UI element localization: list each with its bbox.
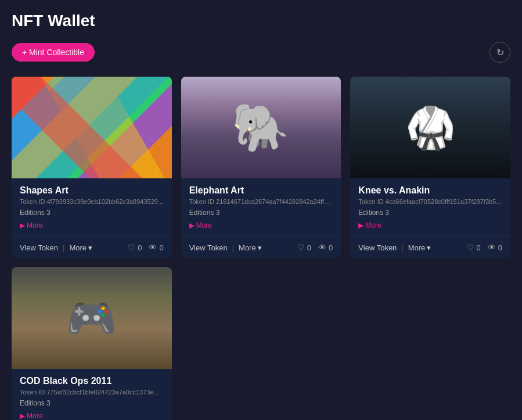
card-editions-cod-black-ops: Editions 3 [20, 399, 164, 407]
chevron-down-icon: ▾ [258, 243, 262, 252]
card-footer-shapes-art: View Token | More ▾ ♡ 0 👁 0 [12, 236, 172, 258]
card-token-id-shapes-art: Token ID 4f793933c39e0eb102bb62c3a894352… [20, 198, 164, 205]
card-editions-elephant-art: Editions 3 [189, 209, 333, 217]
chevron-down-icon: ▾ [427, 243, 431, 252]
card-body-cod-black-ops: COD Black Ops 2011 Token ID 775af32cbcf1… [12, 369, 172, 420]
view-token-button-knee-vs-anakin[interactable]: View Token [358, 243, 397, 252]
card-name-knee-vs-anakin: Knee vs. Anakin [358, 185, 502, 196]
heart-icon: ♡ [297, 243, 305, 252]
eye-icon: 👁 [149, 243, 157, 252]
views-count-knee-vs-anakin: 0 [498, 243, 502, 252]
views-stat-knee-vs-anakin: 👁 0 [488, 243, 502, 252]
views-stat-elephant-art: 👁 0 [318, 243, 333, 252]
refresh-icon: ↻ [496, 47, 504, 58]
footer-left-shapes-art: View Token | More ▾ [20, 243, 92, 252]
view-token-button-shapes-art[interactable]: View Token [20, 243, 58, 252]
separator: | [63, 243, 64, 252]
likes-count-knee-vs-anakin: 0 [477, 243, 481, 252]
nft-card-shapes-art: Shapes Art Token ID 4f793933c39e0eb102bb… [12, 77, 172, 258]
views-count-elephant-art: 0 [329, 243, 333, 252]
card-body-knee-vs-anakin: Knee vs. Anakin Token ID 4ca66efaacf7052… [350, 178, 510, 236]
page-title: NFT Wallet [12, 12, 510, 30]
eye-icon: 👁 [318, 243, 326, 252]
chevron-right-icon: ▶ [20, 412, 25, 420]
likes-stat-shapes-art: ♡ 0 [128, 243, 142, 252]
chevron-right-icon: ▶ [358, 221, 363, 229]
more-label: More [27, 221, 42, 229]
chevron-down-icon: ▾ [88, 243, 92, 252]
mint-collectible-button[interactable]: + Mint Collectible [12, 43, 95, 62]
nft-card-cod-black-ops: COD Black Ops 2011 Token ID 775af32cbcf1… [12, 267, 172, 420]
card-more-expand-shapes-art[interactable]: ▶ More [20, 221, 164, 229]
more-label: More [196, 221, 212, 229]
footer-right-elephant-art: ♡ 0 👁 0 [297, 243, 333, 252]
card-token-id-knee-vs-anakin: Token ID 4ca66efaacf70528c0fff151a37f287… [358, 198, 502, 205]
card-name-elephant-art: Elephant Art [189, 185, 333, 196]
views-stat-shapes-art: 👁 0 [149, 243, 163, 252]
more-dropdown-button-elephant-art[interactable]: More ▾ [239, 243, 262, 252]
card-footer-knee-vs-anakin: View Token | More ▾ ♡ 0 👁 0 [350, 236, 510, 258]
card-more-expand-elephant-art[interactable]: ▶ More [189, 221, 333, 229]
nft-grid: Shapes Art Token ID 4f793933c39e0eb102bb… [12, 77, 510, 420]
card-more-expand-cod-black-ops[interactable]: ▶ More [20, 412, 164, 420]
card-editions-knee-vs-anakin: Editions 3 [358, 209, 502, 217]
footer-right-knee-vs-anakin: ♡ 0 👁 0 [467, 243, 502, 252]
likes-count-elephant-art: 0 [307, 243, 311, 252]
chevron-right-icon: ▶ [189, 221, 195, 229]
separator: | [232, 243, 234, 252]
heart-icon: ♡ [128, 243, 135, 252]
card-name-shapes-art: Shapes Art [20, 185, 164, 196]
likes-count-shapes-art: 0 [138, 243, 142, 252]
card-editions-shapes-art: Editions 3 [20, 209, 164, 217]
more-label: More [27, 412, 42, 420]
card-image-cod-black-ops [12, 267, 172, 369]
card-footer-elephant-art: View Token | More ▾ ♡ 0 👁 0 [181, 236, 341, 258]
card-token-id-cod-black-ops: Token ID 775af32cbcf1bfe024723a7a0cc1373… [20, 389, 164, 396]
card-image-shapes-art [12, 77, 172, 178]
nft-card-knee-vs-anakin: Knee vs. Anakin Token ID 4ca66efaacf7052… [350, 77, 510, 258]
views-count-shapes-art: 0 [159, 243, 163, 252]
view-token-button-elephant-art[interactable]: View Token [189, 243, 228, 252]
separator: | [401, 243, 403, 252]
likes-stat-knee-vs-anakin: ♡ 0 [467, 243, 481, 252]
card-token-id-elephant-art: Token ID 21614671dca2674aa7f44282842a24f… [189, 198, 333, 205]
footer-right-shapes-art: ♡ 0 👁 0 [128, 243, 163, 252]
card-name-cod-black-ops: COD Black Ops 2011 [20, 376, 164, 386]
heart-icon: ♡ [467, 243, 474, 252]
card-image-knee-vs-anakin [350, 77, 510, 178]
toolbar: + Mint Collectible ↻ [12, 42, 510, 63]
chevron-right-icon: ▶ [20, 221, 25, 229]
footer-left-knee-vs-anakin: View Token | More ▾ [358, 243, 431, 252]
card-body-shapes-art: Shapes Art Token ID 4f793933c39e0eb102bb… [12, 178, 172, 236]
footer-left-elephant-art: View Token | More ▾ [189, 243, 262, 252]
eye-icon: 👁 [488, 243, 496, 252]
nft-card-elephant-art: Elephant Art Token ID 21614671dca2674aa7… [181, 77, 341, 258]
more-dropdown-button-knee-vs-anakin[interactable]: More ▾ [408, 243, 431, 252]
more-label: More [365, 221, 381, 229]
refresh-button[interactable]: ↻ [489, 42, 510, 63]
card-image-elephant-art [181, 77, 341, 178]
more-dropdown-button-shapes-art[interactable]: More ▾ [69, 243, 92, 252]
card-more-expand-knee-vs-anakin[interactable]: ▶ More [358, 221, 502, 229]
likes-stat-elephant-art: ♡ 0 [297, 243, 311, 252]
card-body-elephant-art: Elephant Art Token ID 21614671dca2674aa7… [181, 178, 341, 236]
